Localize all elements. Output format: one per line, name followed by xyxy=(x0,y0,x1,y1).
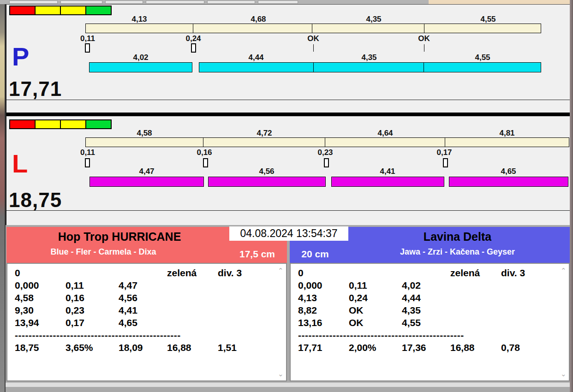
table-cell: 4,13 xyxy=(298,291,349,304)
team-card-right: Lavina Delta Jawa - Zrzi - Kačena - Geys… xyxy=(290,227,570,381)
l-reference-bar-seg1 xyxy=(85,137,203,147)
team-left-results[interactable]: 0zelenádiv. 30,0000,114,474,580,164,569,… xyxy=(6,263,287,381)
table-row: 9,300,234,41 xyxy=(7,304,286,316)
p-change-4: OK xyxy=(403,34,445,43)
traffic-light-p xyxy=(9,6,112,15)
scroll-down-icon[interactable]: ⌄ xyxy=(278,371,284,377)
table-cell: 4,02 xyxy=(402,279,450,291)
table-cell: 8,82 xyxy=(298,304,349,316)
p-separator-line xyxy=(6,100,570,100)
table-divider: ----------------------------------------… xyxy=(15,330,181,340)
l-split-2: 4,56 xyxy=(246,167,287,176)
p-split-3: 4,35 xyxy=(348,53,390,62)
table-cell: 4,55 xyxy=(402,316,450,329)
team-left-height: 17,5 cm xyxy=(231,249,284,260)
p-opponent-split-2: 4,68 xyxy=(238,15,279,24)
table-row: 8,82OK4,35 xyxy=(291,304,569,316)
traffic-light-yellow2 xyxy=(61,6,86,14)
table-divider: ----------------------------------------… xyxy=(298,330,464,340)
toolbar-segment[interactable] xyxy=(105,0,143,4)
table-cell: 13,16 xyxy=(298,316,349,329)
toolbar-segment[interactable] xyxy=(9,0,58,4)
background-window-strip xyxy=(0,0,6,392)
traffic-light-red xyxy=(10,6,36,14)
l-split-4: 4,65 xyxy=(488,167,529,176)
p-change-2: 0,24 xyxy=(173,34,214,43)
toolbar-segment[interactable] xyxy=(60,0,102,4)
table-cell: zelená xyxy=(450,267,501,279)
l-reference-bar-seg3 xyxy=(325,137,445,147)
p-change-marker-1 xyxy=(85,43,90,53)
l-change-marker-1 xyxy=(85,158,90,167)
team-right-results[interactable]: 0zelenádiv. 30,0000,114,024,130,244,448,… xyxy=(290,263,570,381)
l-reference-bar-seg2 xyxy=(203,137,325,147)
table-row: ----------------------------------------… xyxy=(291,329,569,341)
l-change-marker-2 xyxy=(203,158,208,167)
scroll-down-icon[interactable]: ⌄ xyxy=(561,371,567,377)
l-reference-bar xyxy=(85,137,569,147)
p-reference-bar xyxy=(85,24,541,33)
p-split-4: 4,55 xyxy=(462,53,503,62)
table-row: 0zelenádiv. 3 xyxy=(7,267,286,279)
p-reference-bar-seg4 xyxy=(424,24,541,33)
team-right-name: Lavina Delta xyxy=(345,230,570,244)
table-cell: 0,17 xyxy=(66,316,119,329)
table-cell: OK xyxy=(349,316,402,329)
table-cell: 0,11 xyxy=(349,279,402,291)
toolbar-segment[interactable] xyxy=(207,0,255,4)
lane-letter-l: L xyxy=(12,152,28,175)
table-cell: div. 3 xyxy=(501,267,525,279)
table-cell: 4,41 xyxy=(119,304,167,316)
bottom-status-strip xyxy=(6,382,570,387)
table-row: 13,940,174,65 xyxy=(7,316,286,329)
table-cell: 2,00% xyxy=(349,341,402,354)
p-total-time: 17,71 xyxy=(9,77,62,101)
l-opponent-split-1: 4,58 xyxy=(124,129,165,138)
scroll-up-icon[interactable]: ⌃ xyxy=(278,267,284,274)
p-time-bar-seg1 xyxy=(89,62,192,72)
table-cell: 0,16 xyxy=(66,291,119,304)
traffic-light-yellow2 xyxy=(61,120,86,128)
traffic-light-yellow1 xyxy=(36,6,61,14)
p-change-marker-4 xyxy=(424,44,424,52)
table-cell: zelená xyxy=(167,267,218,279)
lane-letter-p: P xyxy=(12,45,29,68)
traffic-light-yellow1 xyxy=(36,120,61,128)
team-card-left: Hop Trop HURRICANE Blue - Fler - Carmela… xyxy=(6,227,287,381)
table-row: 4,580,164,56 xyxy=(7,291,286,304)
table-cell: div. 3 xyxy=(218,267,242,279)
table-cell: 13,94 xyxy=(15,316,66,329)
traffic-light-l xyxy=(9,119,112,129)
l-time-bar-seg4 xyxy=(449,177,568,187)
table-cell: 18,75 xyxy=(15,341,66,354)
p-opponent-split-3: 4,35 xyxy=(353,15,394,24)
l-split-1: 4,47 xyxy=(126,167,167,176)
table-cell: 4,47 xyxy=(119,279,167,291)
team-left-dogs: Blue - Fler - Carmela - Dixa xyxy=(6,247,200,257)
datetime-display: 04.08.2024 13:54:37 xyxy=(229,226,348,241)
p-reference-bar-seg1 xyxy=(85,24,193,33)
table-cell: 0,000 xyxy=(298,279,349,291)
scroll-up-icon[interactable]: ⌃ xyxy=(561,267,567,274)
p-opponent-split-4: 4,55 xyxy=(467,15,509,24)
traffic-light-green xyxy=(86,6,111,14)
team-right-dogs: Jawa - Zrzi - Kačena - Geyser xyxy=(345,247,570,257)
traffic-light-red xyxy=(10,120,36,128)
toolbar-segment[interactable] xyxy=(146,0,204,4)
table-cell: 3,65% xyxy=(66,341,119,354)
traffic-light-green xyxy=(86,120,111,128)
table-cell: 0,78 xyxy=(501,341,520,354)
table-row: 4,130,244,44 xyxy=(291,291,569,304)
team-right-height: 20 cm xyxy=(294,249,336,260)
toolbar-segment[interactable] xyxy=(258,0,298,4)
table-row: ----------------------------------------… xyxy=(7,329,286,341)
l-time-bar-seg2 xyxy=(208,177,326,187)
table-cell: 17,36 xyxy=(402,341,450,354)
l-time-bar-seg3 xyxy=(331,177,444,187)
table-row: 0,0000,114,47 xyxy=(7,279,286,291)
table-cell: 1,51 xyxy=(218,341,237,354)
l-change-4: 0,17 xyxy=(424,148,465,157)
l-change-marker-4 xyxy=(443,158,448,167)
panel-divider xyxy=(6,113,570,116)
table-cell: 17,71 xyxy=(298,341,349,354)
